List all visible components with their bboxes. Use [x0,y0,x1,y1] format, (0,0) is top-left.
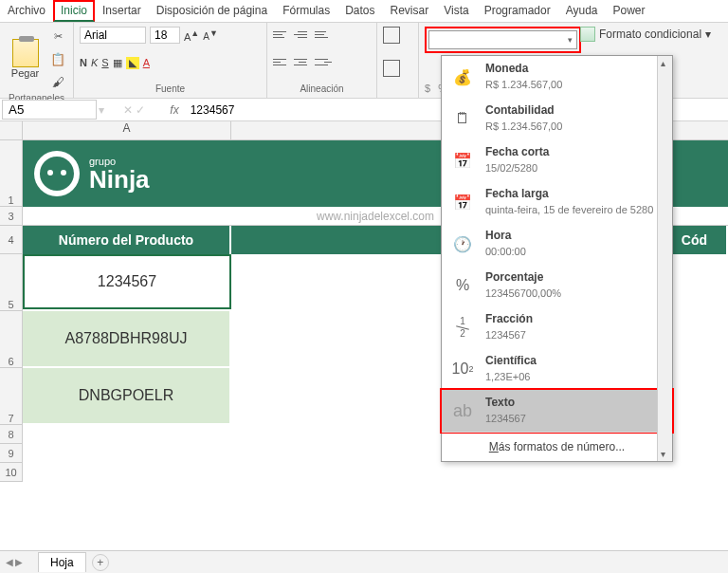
percent-icon: % [449,272,476,299]
fill-color-button[interactable]: ◣ [126,57,139,69]
menu-revisar[interactable]: Revisar [383,0,437,22]
number-format-combo[interactable] [425,27,581,53]
format-porcentaje[interactable]: % Porcentaje123456700,00% [442,265,672,306]
bold-button[interactable]: N [80,57,87,68]
font-size-combo[interactable] [150,27,180,44]
alignment-group-label: Alineación [273,83,371,94]
align-right-icon[interactable] [315,54,332,69]
row-header[interactable]: 3 [0,207,23,226]
fx-label: fx [164,103,184,117]
paste-button[interactable]: Pegar [6,39,45,79]
format-painter-icon[interactable] [48,72,67,91]
wrap-text-icon[interactable] [383,27,400,44]
more-formats-link[interactable]: MMás formatos de número...ás formatos de… [442,432,672,461]
menu-vista[interactable]: Vista [436,0,476,22]
logo-big-text: Ninja [89,165,150,194]
font-name-combo[interactable] [80,27,146,44]
row-header[interactable]: 9 [0,444,23,463]
format-cientifica[interactable]: 102 Científica1,23E+06 [442,348,672,390]
align-bottom-icon[interactable] [315,27,332,42]
menu-archivo[interactable]: Archivo [0,0,53,22]
menu-insertar[interactable]: Insertar [95,0,149,22]
chevron-down-icon: ▾ [705,28,711,41]
format-fraccion[interactable]: 12 Fracción1234567 [442,306,672,348]
row-headers: 1 3 4 5 6 7 8 9 10 [0,140,23,482]
row-header[interactable]: 5 [0,254,23,311]
dropdown-scrollbar[interactable] [657,56,672,461]
clock-icon: 🕐 [449,231,476,257]
format-moneda[interactable]: 💰 MonedaR$ 1.234.567,00 [442,56,672,98]
number-format-dropdown: 💰 MonedaR$ 1.234.567,00 🗒 ContabilidadR$… [441,55,673,462]
font-group-label: Fuente [80,83,261,94]
sheet-tabs-bar: ◀▶ Hoja + [0,550,728,573]
ninja-logo-icon [34,151,80,196]
align-middle-icon[interactable] [294,27,311,42]
row-header[interactable]: 1 [0,140,23,207]
add-sheet-button[interactable]: + [92,554,109,571]
align-top-icon[interactable] [273,27,290,42]
sheet-tab[interactable]: Hoja [38,552,86,572]
border-button[interactable]: ▦ [113,57,122,69]
align-center-icon[interactable] [294,54,311,69]
sheet-nav-arrows[interactable]: ◀▶ [6,557,23,567]
text-icon: ab [449,397,476,424]
cell-a6[interactable]: A8788DBHR98UJ [23,311,231,366]
menu-power[interactable]: Power [606,0,653,22]
conditional-format-label: Formato condicional [599,28,701,41]
cut-icon[interactable] [48,27,67,46]
fraction-icon: 12 [449,314,476,341]
menu-formulas[interactable]: Fórmulas [275,0,337,22]
menu-bar: Archivo Inicio Insertar Disposición de p… [0,0,728,23]
font-color-button[interactable]: A [143,57,150,68]
currency-icon: 💰 [449,64,476,90]
copy-icon[interactable] [48,49,67,68]
row-header[interactable]: 4 [0,226,23,254]
cell-a5[interactable]: 1234567 [23,254,231,309]
italic-button[interactable]: K [91,57,98,68]
paste-label: Pegar [11,67,39,79]
format-contabilidad[interactable]: 🗒 ContabilidadR$ 1.234.567,00 [442,98,672,139]
menu-datos[interactable]: Datos [337,0,382,22]
cell-a7[interactable]: DNBGPOELR [23,368,231,423]
accounting-icon: 🗒 [449,105,476,132]
merge-icon[interactable] [383,60,400,77]
underline-button[interactable]: S [101,57,108,68]
row-header[interactable]: 10 [0,463,23,482]
clipboard-icon [12,39,39,67]
conditional-format-icon [580,27,595,42]
calendar-icon: 📅 [449,189,476,215]
row-header[interactable]: 8 [0,425,23,444]
menu-inicio[interactable]: Inicio [53,0,95,22]
menu-disposicion[interactable]: Disposición de página [149,0,275,22]
currency-icon[interactable]: $ [425,83,430,94]
scientific-icon: 102 [449,356,476,382]
format-texto[interactable]: ab Texto1234567 [440,388,674,434]
column-header-a[interactable]: A [23,121,231,139]
format-hora[interactable]: 🕐 Hora00:00:00 [442,223,672,265]
decrease-font-icon[interactable]: A▼ [203,28,218,42]
format-fecha-larga[interactable]: 📅 Fecha largaquinta-feira, 15 de feverei… [442,181,672,223]
row-header[interactable]: 7 [0,368,23,425]
align-left-icon[interactable] [273,54,290,69]
format-fecha-corta[interactable]: 📅 Fecha corta15/02/5280 [442,139,672,181]
name-box[interactable] [2,100,97,120]
conditional-format-button[interactable]: Formato condicional ▾ [580,27,711,42]
row-header[interactable]: 6 [0,311,23,368]
calendar-icon: 📅 [449,147,476,174]
menu-programador[interactable]: Programador [477,0,558,22]
increase-font-icon[interactable]: A▲ [184,28,199,43]
select-all-corner[interactable] [0,121,23,139]
menu-ayuda[interactable]: Ayuda [558,0,606,22]
header-numero-producto: Número del Producto [23,226,231,254]
